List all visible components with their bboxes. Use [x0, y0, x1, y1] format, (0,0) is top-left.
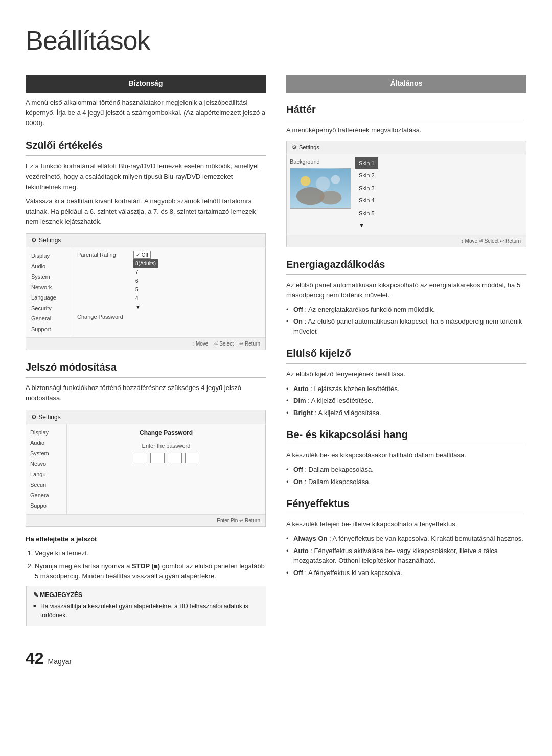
bg-footer: ↕ Move ⏎ Select ↩ Return — [287, 235, 526, 247]
skin-more: ▼ — [355, 220, 378, 232]
pw-change-header: Change Password — [73, 428, 259, 438]
feny-text: A készülék tetején be- illetve kikapcsol… — [286, 519, 526, 530]
pw-gear-icon: ⚙ — [31, 414, 38, 421]
forgot-steps: Vegye ki a lemezt. Nyomja meg és tartsa … — [26, 548, 266, 581]
page-number: 42 — [26, 646, 44, 671]
pw-menu-audio: Audio — [26, 438, 66, 448]
pw-menu-support: Suppo — [26, 500, 66, 511]
pw-box-body: Display Audio System Netwo Langu Securi … — [26, 424, 265, 514]
beki-bullets: Off : Dallam bekapcsolása. On : Dallam k… — [286, 465, 526, 487]
feny-heading: Fényeffektus — [286, 496, 526, 514]
beki-text: A készülék be- és kikapcsolásakor hallha… — [286, 450, 526, 461]
pw-box-title: ⚙ Settings — [26, 410, 265, 424]
option-4: 4 — [133, 294, 158, 303]
pw-inputs — [73, 453, 259, 463]
option-7: 7 — [133, 268, 158, 277]
parental-label: Parental Rating — [77, 250, 133, 311]
svg-point-4 — [316, 177, 330, 191]
svg-point-5 — [331, 175, 340, 185]
right-column: Általános Háttér A menüképernyő hátterén… — [286, 75, 526, 671]
skin-4: Skin 4 — [355, 195, 378, 207]
pw-menu-network: Netwo — [26, 459, 66, 469]
pw-menu-display: Display — [26, 427, 66, 438]
bg-preview-box: ⚙ Settings Background — [286, 141, 526, 247]
parental-row: Parental Rating ✓ Off 8(Adults) 7 6 5 4 … — [77, 250, 260, 311]
elulso-heading: Elülső kijelző — [286, 346, 526, 364]
energia-bullet-2: On : Az elülső panel automatikusan kikap… — [286, 316, 526, 336]
szuloi-settings-title: ⚙ Settings — [26, 234, 265, 247]
menu-audio: Audio — [26, 261, 72, 272]
note-item: Ha visszaállítja a készüléket gyári alap… — [33, 602, 260, 620]
jelszo-text: A biztonsági funkciókhoz történő hozzáfé… — [26, 383, 266, 403]
szuloi-heading: Szülői értékelés — [26, 138, 266, 156]
feny-bullet-off: Off : A fényeffektus ki van kapcsolva. — [286, 568, 526, 578]
elulso-text: Az elülső kijelző fényerejének beállítás… — [286, 369, 526, 379]
bg-gear-icon: ⚙ — [292, 143, 297, 152]
pw-input-1 — [133, 453, 147, 463]
note-box: ✎ MEGJEGYZÉS Ha visszaállítja a készülék… — [26, 586, 266, 626]
elulso-bullets: Auto : Lejátszás közben lesötétítés. Dim… — [286, 384, 526, 418]
parental-options: ✓ Off 8(Adults) 7 6 5 4 ▼ — [133, 250, 158, 311]
feny-bullet-always: Always On : A fényeffektus be van kapcso… — [286, 534, 526, 544]
bg-image-area: Background — [290, 157, 351, 232]
elulso-bullet-auto: Auto : Lejátszás közben lesötétítés. — [286, 384, 526, 394]
pw-content: Change Password Enter the password — [67, 424, 265, 514]
changepw-label: Change Password — [77, 313, 133, 322]
menu-system: System — [26, 271, 72, 282]
szuloi-settings-box: ⚙ Settings Display Audio System Network … — [26, 233, 266, 350]
page-language: Magyar — [48, 656, 72, 667]
pw-settings-box: ⚙ Settings Display Audio System Netwo La… — [26, 410, 266, 527]
szuloi-footer: ↕ Move ⏎ Select ↩ Return — [26, 337, 265, 350]
option-5: 5 — [133, 285, 158, 294]
elulso-bullet-dim: Dim : A kijelző lesötétítése. — [286, 396, 526, 406]
pw-menu: Display Audio System Netwo Langu Securi … — [26, 424, 67, 514]
svg-point-3 — [301, 176, 311, 187]
szuloi-settings-body: Display Audio System Network Language Se… — [26, 247, 265, 337]
beki-heading: Be- és kikapcsolási hang — [286, 427, 526, 445]
bg-label: Background — [290, 157, 351, 166]
option-8: 8(Adults) — [133, 259, 158, 268]
energia-bullets: Off : Az energiatakarékos funkció nem mű… — [286, 305, 526, 337]
szuloi-text2: Válassza ki a beállítani kívánt korhatár… — [26, 196, 266, 227]
pw-input-3 — [168, 453, 182, 463]
bg-image — [290, 168, 351, 209]
menu-security: Security — [26, 303, 72, 314]
elulso-bullet-bright: Bright : A kijelző világosítása. — [286, 408, 526, 418]
menu-display: Display — [26, 250, 72, 261]
menu-general: General — [26, 313, 72, 324]
page-number-area: 42 Magyar — [26, 646, 266, 671]
pw-input-2 — [150, 453, 165, 463]
svg-point-2 — [319, 191, 341, 205]
option-off: ✓ Off — [133, 251, 151, 259]
note-title: ✎ MEGJEGYZÉS — [33, 590, 260, 600]
section-header-biztonsag: Biztonság — [26, 75, 266, 93]
pw-menu-general: Genera — [26, 490, 66, 501]
page-title: Beállítások — [26, 20, 526, 60]
option-more: ▼ — [133, 303, 158, 311]
section-header-altalanos: Általános — [286, 75, 526, 93]
menu-language: Language — [26, 292, 72, 303]
bg-preview-title: ⚙ Settings — [287, 141, 526, 154]
pw-enter-label: Enter the password — [73, 442, 259, 450]
pw-menu-language: Langu — [26, 469, 66, 480]
pw-box-footer: Enter Pin ↩ Return — [26, 514, 265, 526]
beki-bullet-off: Off : Dallam bekapcsolása. — [286, 465, 526, 475]
szuloi-text1: Ez a funkció korhatárral ellátott Blu-ra… — [26, 161, 266, 192]
intro-text: A menü első alkalommal történő használat… — [26, 98, 266, 128]
beki-bullet-on: On : Dallam kikapcsolása. — [286, 477, 526, 487]
energia-heading: Energiagazdálkodás — [286, 257, 526, 275]
skin-5: Skin 5 — [355, 208, 378, 219]
option-6: 6 — [133, 277, 158, 285]
jelszo-heading: Jelszó módosítása — [26, 359, 266, 378]
menu-support: Support — [26, 324, 72, 335]
step-2: Nyomja meg és tartsa nyomva a STOP (■) g… — [35, 561, 266, 581]
feny-bullet-auto: Auto : Fényeffektus aktiválása be- vagy … — [286, 546, 526, 566]
left-column: Biztonság A menü első alkalommal történő… — [26, 75, 266, 671]
changepw-row: Change Password — [77, 313, 260, 322]
gear-icon: ⚙ — [31, 236, 37, 245]
skin-3: Skin 3 — [355, 182, 378, 194]
szuloi-menu: Display Audio System Network Language Se… — [26, 247, 72, 337]
bg-skin-list: Skin 1 Skin 2 Skin 3 Skin 4 Skin 5 ▼ — [355, 157, 378, 232]
feny-bullets: Always On : A fényeffektus be van kapcso… — [286, 534, 526, 578]
step-1: Vegye ki a lemezt. — [35, 548, 266, 558]
